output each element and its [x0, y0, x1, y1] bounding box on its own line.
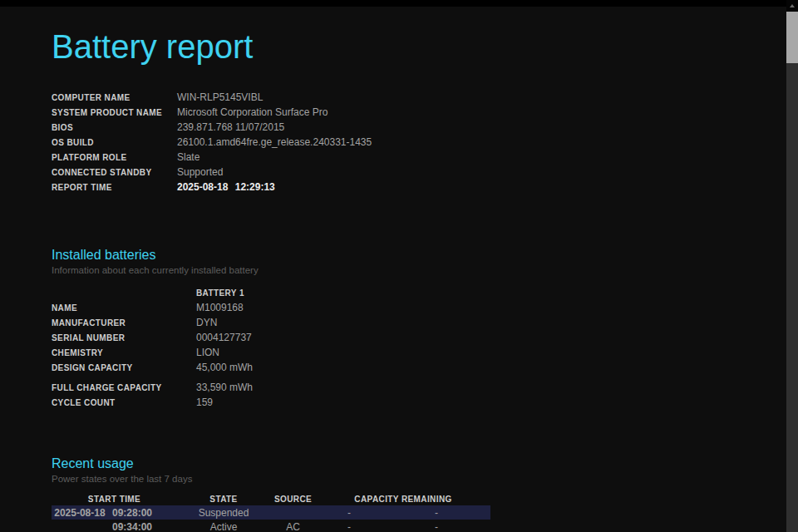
battery-value: M1009168: [196, 300, 253, 315]
battery-label: NAME: [52, 300, 196, 315]
info-label: BIOS: [52, 120, 177, 135]
column-header-start-time: START TIME: [52, 492, 177, 505]
battery-value: DYN: [196, 315, 253, 330]
vertical-scrollbar[interactable]: [786, 0, 798, 532]
installed-batteries-subtitle: Information about each currently install…: [52, 265, 798, 275]
installed-batteries-section: Installed batteries Information about ea…: [52, 248, 798, 410]
info-row: BIOS 239.871.768 11/07/2015: [52, 120, 372, 135]
capacity-mwh-cell: -: [382, 505, 490, 520]
info-row: SYSTEM PRODUCT NAME Microsoft Corporatio…: [52, 105, 372, 120]
info-row: REPORT TIME 2025-08-18 12:29:13: [52, 180, 372, 195]
capacity-percent-cell: -: [316, 520, 382, 532]
info-row: OS BUILD 26100.1.amd64fre.ge_release.240…: [52, 135, 372, 150]
recent-usage-heading: Recent usage: [52, 456, 798, 471]
start-time-cell: 2025-08-18 09:28:00: [52, 505, 177, 520]
battery-value: LION: [196, 345, 253, 360]
empty-cell: [52, 285, 196, 300]
battery-label: CHEMISTRY: [52, 345, 196, 360]
installed-batteries-heading: Installed batteries: [52, 248, 798, 263]
battery-row: MANUFACTURER DYN: [52, 315, 253, 330]
battery-column-header: BATTERY 1: [196, 285, 253, 300]
battery-value: 45,000 mWh: [196, 360, 253, 375]
battery-label: SERIAL NUMBER: [52, 330, 196, 345]
scroll-up-icon: [790, 4, 795, 7]
report-time-value: 2025-08-18 12:29:13: [177, 180, 372, 195]
column-header-capacity-remaining: CAPACITY REMAINING: [316, 492, 490, 505]
installed-batteries-table: BATTERY 1 NAME M1009168 MANUFACTURER DYN…: [52, 285, 253, 410]
battery-report-page: Battery report COMPUTER NAME WIN-RLP5145…: [0, 27, 798, 532]
usage-row: 2025-08-18 09:28:00 Suspended - -: [52, 505, 490, 520]
info-value: 239.871.768 11/07/2015: [177, 120, 372, 135]
info-label: PLATFORM ROLE: [52, 150, 177, 165]
system-info-table: COMPUTER NAME WIN-RLP5145VIBL SYSTEM PRO…: [52, 90, 372, 195]
recent-usage-section: Recent usage Power states over the last …: [52, 456, 798, 532]
battery-label: MANUFACTURER: [52, 315, 196, 330]
info-row: COMPUTER NAME WIN-RLP5145VIBL: [52, 90, 372, 105]
column-header-state: STATE: [177, 492, 270, 505]
battery-header-row: BATTERY 1: [52, 285, 253, 300]
battery-row: FULL CHARGE CAPACITY 33,590 mWh: [52, 375, 253, 395]
battery-label: DESIGN CAPACITY: [52, 360, 196, 375]
state-cell: Suspended: [177, 505, 270, 520]
battery-value: 159: [196, 395, 253, 410]
recent-usage-subtitle: Power states over the last 7 days: [52, 474, 798, 484]
page-title: Battery report: [52, 27, 798, 66]
capacity-mwh-cell: -: [382, 520, 490, 532]
column-header-source: SOURCE: [270, 492, 316, 505]
start-time-cell: 09:34:00: [52, 520, 177, 532]
info-value: Slate: [177, 150, 372, 165]
usage-header-row: START TIME STATE SOURCE CAPACITY REMAINI…: [52, 492, 490, 505]
battery-label: FULL CHARGE CAPACITY: [52, 375, 196, 395]
info-label: OS BUILD: [52, 135, 177, 150]
battery-value: 0004127737: [196, 330, 253, 345]
recent-usage-table: START TIME STATE SOURCE CAPACITY REMAINI…: [52, 492, 490, 532]
scrollbar-thumb[interactable]: [786, 12, 798, 63]
info-row: CONNECTED STANDBY Supported: [52, 165, 372, 180]
source-cell: AC: [270, 520, 316, 532]
source-cell: [270, 505, 316, 520]
battery-value: 33,590 mWh: [196, 375, 253, 395]
info-value: WIN-RLP5145VIBL: [177, 90, 372, 105]
battery-row: CHEMISTRY LION: [52, 345, 253, 360]
scrollbar-up-button[interactable]: [786, 0, 798, 12]
battery-row: SERIAL NUMBER 0004127737: [52, 330, 253, 345]
battery-label: CYCLE COUNT: [52, 395, 196, 410]
battery-row: CYCLE COUNT 159: [52, 395, 253, 410]
info-value: Microsoft Corporation Surface Pro: [177, 105, 372, 120]
battery-row: NAME M1009168: [52, 300, 253, 315]
window-top-strip: [0, 0, 798, 7]
battery-row: DESIGN CAPACITY 45,000 mWh: [52, 360, 253, 375]
info-label: SYSTEM PRODUCT NAME: [52, 105, 177, 120]
info-label: COMPUTER NAME: [52, 90, 177, 105]
state-cell: Active: [177, 520, 270, 532]
capacity-percent-cell: -: [316, 505, 382, 520]
info-value: 26100.1.amd64fre.ge_release.240331-1435: [177, 135, 372, 150]
info-row: PLATFORM ROLE Slate: [52, 150, 372, 165]
info-label: CONNECTED STANDBY: [52, 165, 177, 180]
usage-row: 09:34:00 Active AC - -: [52, 520, 490, 532]
info-value: Supported: [177, 165, 372, 180]
info-label: REPORT TIME: [52, 180, 177, 195]
